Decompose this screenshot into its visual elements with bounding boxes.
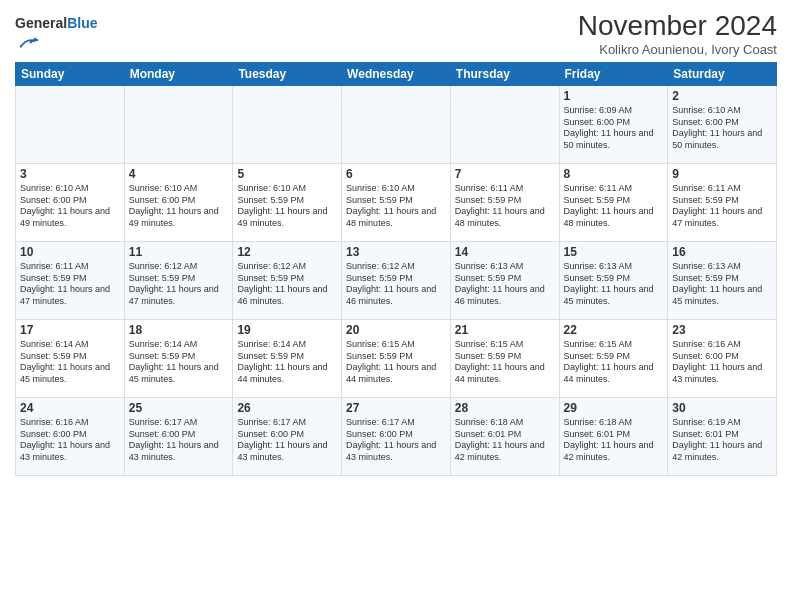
cell-info: Daylight: 11 hours and 44 minutes.	[564, 362, 664, 385]
calendar-cell: 15Sunrise: 6:13 AMSunset: 5:59 PMDayligh…	[559, 242, 668, 320]
col-wednesday: Wednesday	[342, 63, 451, 86]
cell-info: Sunrise: 6:13 AM	[564, 261, 664, 273]
day-number: 23	[672, 323, 772, 337]
calendar-cell: 19Sunrise: 6:14 AMSunset: 5:59 PMDayligh…	[233, 320, 342, 398]
day-number: 4	[129, 167, 229, 181]
cell-info: Daylight: 11 hours and 49 minutes.	[20, 206, 120, 229]
calendar-cell: 12Sunrise: 6:12 AMSunset: 5:59 PMDayligh…	[233, 242, 342, 320]
cell-info: Sunset: 6:00 PM	[346, 429, 446, 441]
calendar-header: Sunday Monday Tuesday Wednesday Thursday…	[16, 63, 777, 86]
cell-info: Daylight: 11 hours and 44 minutes.	[237, 362, 337, 385]
cell-info: Sunset: 6:00 PM	[672, 351, 772, 363]
day-number: 25	[129, 401, 229, 415]
cell-info: Daylight: 11 hours and 50 minutes.	[672, 128, 772, 151]
day-number: 2	[672, 89, 772, 103]
logo-icon	[17, 32, 39, 54]
cell-info: Sunset: 5:59 PM	[237, 195, 337, 207]
day-number: 26	[237, 401, 337, 415]
calendar-cell: 14Sunrise: 6:13 AMSunset: 5:59 PMDayligh…	[450, 242, 559, 320]
calendar-cell: 28Sunrise: 6:18 AMSunset: 6:01 PMDayligh…	[450, 398, 559, 476]
calendar-cell: 30Sunrise: 6:19 AMSunset: 6:01 PMDayligh…	[668, 398, 777, 476]
cell-info: Daylight: 11 hours and 42 minutes.	[672, 440, 772, 463]
cell-info: Sunset: 6:00 PM	[672, 117, 772, 129]
day-number: 14	[455, 245, 555, 259]
day-number: 10	[20, 245, 120, 259]
page-container: GeneralBlue November 2024 Kolikro Aounie…	[0, 0, 792, 481]
cell-info: Sunrise: 6:13 AM	[672, 261, 772, 273]
calendar-cell: 7Sunrise: 6:11 AMSunset: 5:59 PMDaylight…	[450, 164, 559, 242]
cell-info: Daylight: 11 hours and 48 minutes.	[564, 206, 664, 229]
cell-info: Daylight: 11 hours and 47 minutes.	[20, 284, 120, 307]
day-number: 19	[237, 323, 337, 337]
cell-info: Sunrise: 6:11 AM	[564, 183, 664, 195]
cell-info: Sunset: 5:59 PM	[672, 195, 772, 207]
cell-info: Sunset: 6:01 PM	[672, 429, 772, 441]
calendar-cell: 21Sunrise: 6:15 AMSunset: 5:59 PMDayligh…	[450, 320, 559, 398]
col-sunday: Sunday	[16, 63, 125, 86]
calendar-cell: 22Sunrise: 6:15 AMSunset: 5:59 PMDayligh…	[559, 320, 668, 398]
cell-info: Sunset: 6:00 PM	[20, 429, 120, 441]
day-number: 1	[564, 89, 664, 103]
month-title: November 2024	[578, 10, 777, 42]
calendar-cell: 3Sunrise: 6:10 AMSunset: 6:00 PMDaylight…	[16, 164, 125, 242]
cell-info: Sunset: 5:59 PM	[564, 195, 664, 207]
calendar-cell: 6Sunrise: 6:10 AMSunset: 5:59 PMDaylight…	[342, 164, 451, 242]
calendar-cell: 17Sunrise: 6:14 AMSunset: 5:59 PMDayligh…	[16, 320, 125, 398]
cell-info: Sunset: 5:59 PM	[346, 195, 446, 207]
cell-info: Sunrise: 6:17 AM	[346, 417, 446, 429]
day-number: 13	[346, 245, 446, 259]
calendar-cell: 26Sunrise: 6:17 AMSunset: 6:00 PMDayligh…	[233, 398, 342, 476]
cell-info: Daylight: 11 hours and 45 minutes.	[672, 284, 772, 307]
calendar-cell: 16Sunrise: 6:13 AMSunset: 5:59 PMDayligh…	[668, 242, 777, 320]
cell-info: Sunset: 6:00 PM	[129, 429, 229, 441]
cell-info: Sunset: 5:59 PM	[564, 273, 664, 285]
calendar-cell	[124, 86, 233, 164]
calendar-cell: 2Sunrise: 6:10 AMSunset: 6:00 PMDaylight…	[668, 86, 777, 164]
cell-info: Sunrise: 6:15 AM	[455, 339, 555, 351]
cell-info: Sunset: 5:59 PM	[564, 351, 664, 363]
cell-info: Daylight: 11 hours and 47 minutes.	[672, 206, 772, 229]
cell-info: Sunset: 5:59 PM	[237, 273, 337, 285]
cell-info: Sunrise: 6:15 AM	[346, 339, 446, 351]
cell-info: Daylight: 11 hours and 46 minutes.	[346, 284, 446, 307]
cell-info: Sunset: 5:59 PM	[672, 273, 772, 285]
calendar-cell: 4Sunrise: 6:10 AMSunset: 6:00 PMDaylight…	[124, 164, 233, 242]
cell-info: Sunrise: 6:15 AM	[564, 339, 664, 351]
header: GeneralBlue November 2024 Kolikro Aounie…	[15, 10, 777, 58]
logo: GeneralBlue	[15, 14, 97, 58]
calendar-cell: 10Sunrise: 6:11 AMSunset: 5:59 PMDayligh…	[16, 242, 125, 320]
day-number: 30	[672, 401, 772, 415]
day-number: 15	[564, 245, 664, 259]
cell-info: Sunset: 6:00 PM	[564, 117, 664, 129]
cell-info: Sunrise: 6:12 AM	[129, 261, 229, 273]
cell-info: Sunrise: 6:17 AM	[237, 417, 337, 429]
cell-info: Sunrise: 6:12 AM	[346, 261, 446, 273]
day-number: 18	[129, 323, 229, 337]
cell-info: Sunset: 5:59 PM	[455, 273, 555, 285]
cell-info: Daylight: 11 hours and 47 minutes.	[129, 284, 229, 307]
cell-info: Sunrise: 6:16 AM	[672, 339, 772, 351]
col-thursday: Thursday	[450, 63, 559, 86]
calendar-cell: 5Sunrise: 6:10 AMSunset: 5:59 PMDaylight…	[233, 164, 342, 242]
cell-info: Daylight: 11 hours and 43 minutes.	[20, 440, 120, 463]
title-block: November 2024 Kolikro Aounienou, Ivory C…	[578, 10, 777, 57]
cell-info: Sunrise: 6:10 AM	[237, 183, 337, 195]
cell-info: Sunrise: 6:17 AM	[129, 417, 229, 429]
cell-info: Sunrise: 6:11 AM	[20, 261, 120, 273]
cell-info: Daylight: 11 hours and 49 minutes.	[129, 206, 229, 229]
week-row-2: 10Sunrise: 6:11 AMSunset: 5:59 PMDayligh…	[16, 242, 777, 320]
day-number: 27	[346, 401, 446, 415]
cell-info: Daylight: 11 hours and 43 minutes.	[237, 440, 337, 463]
cell-info: Sunrise: 6:18 AM	[455, 417, 555, 429]
cell-info: Sunset: 6:00 PM	[20, 195, 120, 207]
calendar-table: Sunday Monday Tuesday Wednesday Thursday…	[15, 62, 777, 476]
cell-info: Daylight: 11 hours and 42 minutes.	[455, 440, 555, 463]
col-monday: Monday	[124, 63, 233, 86]
calendar-cell: 9Sunrise: 6:11 AMSunset: 5:59 PMDaylight…	[668, 164, 777, 242]
cell-info: Sunset: 6:01 PM	[564, 429, 664, 441]
col-saturday: Saturday	[668, 63, 777, 86]
cell-info: Sunrise: 6:10 AM	[346, 183, 446, 195]
logo-blue: Blue	[67, 15, 97, 31]
cell-info: Sunset: 5:59 PM	[129, 273, 229, 285]
cell-info: Daylight: 11 hours and 42 minutes.	[564, 440, 664, 463]
